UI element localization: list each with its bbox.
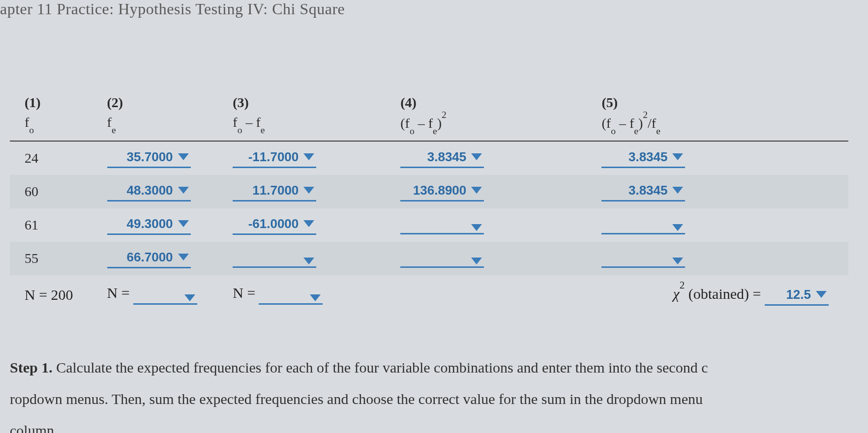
col-header-5: (5) (fo – fe)2/fe bbox=[597, 91, 848, 141]
chevron-down-icon bbox=[672, 224, 683, 231]
sq-dropdown[interactable] bbox=[400, 223, 484, 234]
fo-cell: 60 bbox=[10, 175, 102, 208]
instructions-text: Step 1. Calculate the expected frequenci… bbox=[10, 313, 848, 433]
chevron-down-icon bbox=[672, 187, 683, 194]
col-header-4: (4) (fo – fe)2 bbox=[395, 91, 597, 141]
n-fe-dropdown[interactable] bbox=[133, 293, 197, 305]
svg-marker-9 bbox=[303, 220, 314, 227]
chevron-down-icon bbox=[672, 258, 683, 264]
chevron-down-icon bbox=[178, 187, 189, 194]
svg-marker-13 bbox=[303, 258, 314, 264]
chi-obtained-dropdown[interactable]: 12.5 bbox=[765, 286, 829, 306]
diff-dropdown[interactable]: -11.7000 bbox=[233, 148, 316, 168]
n-diff-label: N = bbox=[233, 285, 255, 301]
col-header-1: (1) fo bbox=[10, 91, 102, 141]
n-fo-label: N = 200 bbox=[10, 275, 102, 313]
diff-dropdown[interactable]: -61.0000 bbox=[233, 215, 316, 235]
sq-dropdown[interactable]: 3.8345 bbox=[400, 148, 484, 168]
chevron-down-icon bbox=[471, 258, 482, 264]
chevron-down-icon bbox=[303, 153, 314, 160]
chevron-down-icon bbox=[471, 153, 482, 160]
ratio-dropdown[interactable] bbox=[601, 257, 685, 268]
svg-marker-14 bbox=[471, 258, 482, 264]
svg-marker-5 bbox=[303, 187, 314, 194]
chevron-down-icon bbox=[471, 224, 482, 231]
svg-marker-6 bbox=[471, 187, 482, 194]
sq-dropdown[interactable] bbox=[400, 257, 484, 268]
fo-cell: 61 bbox=[10, 208, 102, 242]
svg-marker-18 bbox=[816, 291, 827, 298]
fe-dropdown[interactable]: 66.7000 bbox=[107, 249, 191, 268]
svg-marker-16 bbox=[184, 294, 195, 301]
chevron-down-icon bbox=[672, 153, 683, 160]
fo-cell: 24 bbox=[10, 141, 102, 175]
svg-marker-10 bbox=[471, 224, 482, 231]
chi-square-table: (1) fo (2) fe (3) fo – fe (4) (fo – fe)2… bbox=[10, 91, 848, 313]
chevron-down-icon bbox=[471, 187, 482, 194]
table-row: 61 49.3000 -61.0000 bbox=[10, 208, 848, 242]
chevron-down-icon bbox=[178, 220, 189, 227]
sq-dropdown[interactable]: 136.8900 bbox=[400, 182, 484, 202]
page-title: apter 11 Practice: Hypothesis Testing IV… bbox=[0, 0, 868, 22]
n-fe-label: N = bbox=[107, 285, 130, 301]
fe-dropdown[interactable]: 49.3000 bbox=[107, 215, 191, 235]
ratio-dropdown[interactable]: 3.8345 bbox=[601, 148, 685, 168]
chevron-down-icon bbox=[184, 294, 195, 301]
chevron-down-icon bbox=[178, 153, 189, 160]
main-content: (1) fo (2) fe (3) fo – fe (4) (fo – fe)2… bbox=[0, 22, 868, 433]
svg-marker-17 bbox=[310, 294, 321, 301]
ratio-dropdown[interactable]: 3.8345 bbox=[601, 182, 685, 202]
fo-cell: 55 bbox=[10, 242, 102, 275]
diff-dropdown[interactable]: 11.7000 bbox=[233, 182, 316, 202]
table-row: 60 48.3000 11.7000 136.8900 3.8345 bbox=[10, 175, 848, 208]
chevron-down-icon bbox=[310, 294, 321, 301]
chevron-down-icon bbox=[303, 258, 314, 264]
svg-marker-3 bbox=[672, 153, 683, 160]
ratio-dropdown[interactable] bbox=[601, 223, 685, 234]
chi-obtained-label: χ2 (obtained) = bbox=[673, 286, 765, 302]
totals-row: N = 200 N = N = χ2 (obtained) = 12.5 bbox=[10, 275, 848, 313]
step-label: Step 1. bbox=[10, 359, 53, 375]
table-row: 55 66.7000 bbox=[10, 242, 848, 275]
col-header-3: (3) fo – fe bbox=[228, 91, 395, 141]
chevron-down-icon bbox=[178, 254, 189, 260]
svg-marker-15 bbox=[672, 258, 683, 264]
n-diff-dropdown[interactable] bbox=[259, 293, 323, 305]
svg-marker-7 bbox=[672, 187, 683, 194]
table-row: 24 35.7000 -11.7000 3.8345 3.8345 bbox=[10, 141, 848, 175]
chevron-down-icon bbox=[303, 187, 314, 194]
col-header-2: (2) fe bbox=[102, 91, 228, 141]
svg-marker-1 bbox=[303, 153, 314, 160]
chevron-down-icon bbox=[303, 220, 314, 227]
svg-marker-4 bbox=[178, 187, 189, 194]
diff-dropdown[interactable] bbox=[233, 257, 316, 268]
svg-marker-0 bbox=[178, 153, 189, 160]
fe-dropdown[interactable]: 48.3000 bbox=[107, 182, 191, 202]
svg-marker-8 bbox=[178, 220, 189, 227]
chevron-down-icon bbox=[816, 291, 827, 298]
fe-dropdown[interactable]: 35.7000 bbox=[107, 148, 191, 168]
svg-marker-11 bbox=[672, 224, 683, 231]
svg-marker-2 bbox=[471, 153, 482, 160]
svg-marker-12 bbox=[178, 254, 189, 260]
